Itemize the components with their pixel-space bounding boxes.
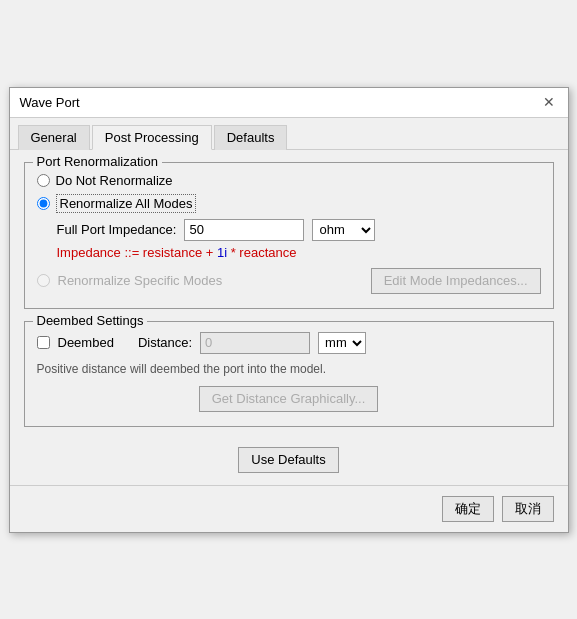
impedance-formula: Impedance ::= resistance + 1i * reactanc… [57, 245, 541, 260]
deembed-checkbox[interactable] [37, 336, 50, 349]
formula-blue-part: 1i [217, 245, 227, 260]
full-port-impedance-input[interactable] [184, 219, 304, 241]
use-defaults-button[interactable]: Use Defaults [238, 447, 338, 473]
radio-do-not-renormalize[interactable] [37, 174, 50, 187]
port-renorm-title: Port Renormalization [33, 154, 162, 169]
deembed-info-text: Positive distance will deembed the port … [37, 362, 541, 376]
impedance-unit-select[interactable]: ohm kohm mohm [312, 219, 375, 241]
dialog-footer: 确定 取消 [10, 485, 568, 532]
close-button[interactable]: ✕ [540, 93, 558, 111]
radio-renormalize-specific-modes[interactable] [37, 274, 50, 287]
dialog-body: Port Renormalization Do Not Renormalize … [10, 150, 568, 485]
cancel-button[interactable]: 取消 [502, 496, 554, 522]
deembed-group-title: Deembed Settings [33, 313, 148, 328]
renorm-specific-row: Renormalize Specific Modes Edit Mode Imp… [37, 268, 541, 294]
dialog-title: Wave Port [20, 95, 80, 110]
deembed-label: Deembed [58, 335, 114, 350]
radio-renormalize-all-modes[interactable] [37, 197, 50, 210]
deembed-checkbox-row: Deembed Distance: mm cm m in mil [37, 332, 541, 354]
deembed-unit-select[interactable]: mm cm m in mil [318, 332, 366, 354]
get-distance-graphically-button[interactable]: Get Distance Graphically... [199, 386, 379, 412]
tab-post-processing[interactable]: Post Processing [92, 125, 212, 150]
radio-renormalize-all-modes-label: Renormalize All Modes [56, 194, 197, 213]
deembed-distance-input[interactable] [200, 332, 310, 354]
deembed-settings-group: Deembed Settings Deembed Distance: mm cm… [24, 321, 554, 427]
port-renormalization-group: Port Renormalization Do Not Renormalize … [24, 162, 554, 309]
radio-do-not-renormalize-label: Do Not Renormalize [56, 173, 173, 188]
distance-label: Distance: [138, 335, 192, 350]
radio-row-renorm-all: Renormalize All Modes [37, 194, 541, 213]
edit-mode-impedances-button[interactable]: Edit Mode Impedances... [371, 268, 541, 294]
tab-bar: General Post Processing Defaults [10, 118, 568, 150]
full-port-impedance-row: Full Port Impedance: ohm kohm mohm [57, 219, 541, 241]
get-distance-btn-row: Get Distance Graphically... [37, 386, 541, 412]
radio-renormalize-specific-modes-label: Renormalize Specific Modes [58, 273, 223, 288]
wave-port-dialog: Wave Port ✕ General Post Processing Defa… [9, 87, 569, 533]
full-port-impedance-label: Full Port Impedance: [57, 222, 177, 237]
use-defaults-row: Use Defaults [24, 447, 554, 473]
tab-general[interactable]: General [18, 125, 90, 150]
confirm-button[interactable]: 确定 [442, 496, 494, 522]
tab-defaults[interactable]: Defaults [214, 125, 288, 150]
radio-row-no-renorm: Do Not Renormalize [37, 173, 541, 188]
title-bar: Wave Port ✕ [10, 88, 568, 118]
